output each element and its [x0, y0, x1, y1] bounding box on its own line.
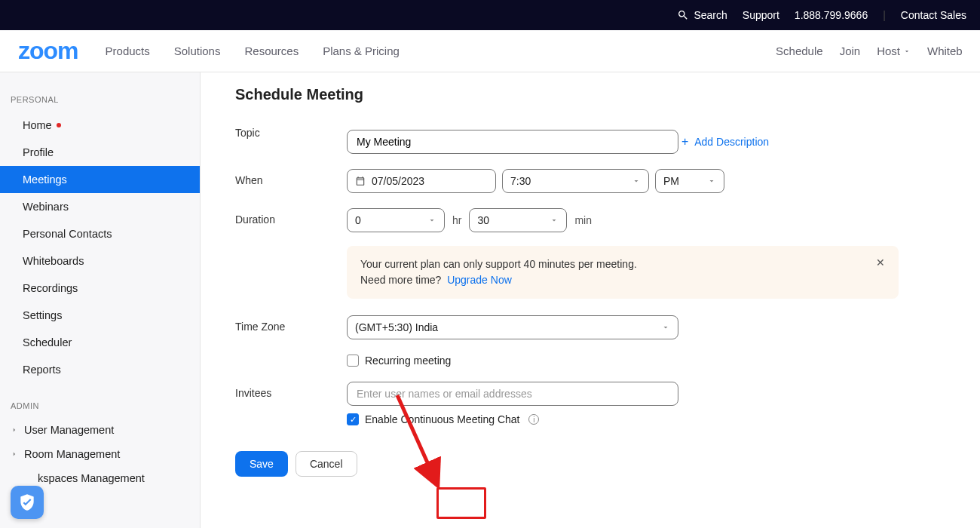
chevron-down-icon — [707, 177, 716, 186]
save-button[interactable]: Save — [235, 451, 288, 477]
nav-products[interactable]: Products — [106, 45, 150, 57]
notification-dot-icon — [57, 123, 61, 127]
duration-hours-dropdown[interactable]: 0 — [347, 208, 445, 232]
label-duration: Duration — [235, 208, 347, 226]
nav-resources[interactable]: Resources — [244, 45, 299, 57]
row-timezone: Time Zone (GMT+5:30) India Recurring mee… — [235, 315, 938, 367]
ampm-value: PM — [663, 175, 679, 187]
recurring-checkbox[interactable] — [347, 355, 359, 367]
search-icon — [677, 9, 689, 21]
row-duration: Duration 0 hr 30 min — [235, 208, 938, 232]
shield-icon — [17, 493, 37, 512]
phone-link[interactable]: 1.888.799.9666 — [795, 9, 868, 21]
label-hr: hr — [452, 214, 461, 226]
label-topic: Topic — [235, 121, 347, 139]
time-value: 7:30 — [510, 175, 531, 187]
search-link[interactable]: Search — [677, 9, 727, 21]
sidebar-item-scheduler[interactable]: Scheduler — [0, 329, 200, 356]
sidebar-item-profile[interactable]: Profile — [0, 139, 200, 166]
sidebar-section-admin: ADMIN — [0, 397, 200, 418]
page-title: Schedule Meeting — [235, 86, 938, 103]
utility-bar: Search Support 1.888.799.9666 | Contact … — [0, 0, 980, 30]
sidebar-item-whiteboards[interactable]: Whiteboards — [0, 247, 200, 275]
timezone-dropdown[interactable]: (GMT+5:30) India — [347, 315, 678, 339]
nav-host[interactable]: Host — [877, 45, 911, 57]
nav-schedule[interactable]: Schedule — [776, 45, 823, 57]
add-description-label: Add Description — [694, 136, 769, 148]
chevron-down-icon — [661, 323, 670, 332]
sidebar-item-label: Personal Contacts — [23, 228, 112, 240]
row-topic: Topic + Add Description — [235, 121, 938, 154]
main-content: Schedule Meeting Topic + Add Description… — [201, 72, 980, 528]
sidebar-item-label: Scheduler — [23, 336, 72, 348]
label-invitees: Invitees — [235, 382, 347, 399]
duration-minutes-dropdown[interactable]: 30 — [469, 208, 567, 232]
support-link[interactable]: Support — [743, 9, 779, 21]
sidebar-item-user-management[interactable]: User Management — [0, 418, 200, 442]
chevron-down-icon — [903, 48, 911, 55]
sidebar-item-room-management[interactable]: Room Management — [0, 442, 200, 466]
sidebar-item-label: Webinars — [23, 201, 69, 213]
label-min: min — [574, 214, 592, 226]
nav-plans[interactable]: Plans & Pricing — [323, 45, 400, 57]
recurring-label: Recurring meeting — [365, 355, 451, 367]
nav-solutions[interactable]: Solutions — [174, 45, 221, 57]
sidebar-item-label: Reports — [23, 364, 61, 376]
sidebar: PERSONAL Home Profile Meetings Webinars … — [0, 72, 201, 528]
banner-close-icon[interactable]: ✕ — [876, 256, 885, 269]
sidebar-item-webinars[interactable]: Webinars — [0, 193, 200, 220]
add-description-link[interactable]: + Add Description — [681, 135, 769, 149]
chevron-down-icon — [632, 177, 641, 186]
date-picker[interactable]: 07/05/2023 — [347, 169, 496, 193]
sidebar-item-label: Home — [23, 119, 52, 131]
sidebar-item-label: Profile — [23, 146, 54, 158]
sidebar-item-settings[interactable]: Settings — [0, 302, 200, 329]
contact-sales-link[interactable]: Contact Sales — [901, 9, 966, 21]
search-label: Search — [694, 9, 727, 21]
sidebar-item-label: kspaces Management — [38, 472, 145, 484]
chevron-right-icon — [11, 426, 18, 434]
sidebar-item-label: Settings — [23, 309, 62, 321]
time-dropdown[interactable]: 7:30 — [502, 169, 649, 193]
info-icon[interactable]: i — [528, 414, 539, 425]
continuous-chat-label: Enable Continuous Meeting Chat — [365, 413, 519, 425]
sidebar-item-label: User Management — [24, 424, 114, 436]
row-when: When 07/05/2023 7:30 PM — [235, 169, 938, 193]
chevron-down-icon — [427, 216, 436, 225]
sidebar-item-personal-contacts[interactable]: Personal Contacts — [0, 220, 200, 247]
continuous-chat-checkbox[interactable] — [347, 413, 359, 425]
ampm-dropdown[interactable]: PM — [655, 169, 724, 193]
zoom-logo[interactable]: zoom — [18, 37, 78, 65]
sidebar-item-reports[interactable]: Reports — [0, 356, 200, 383]
chevron-right-icon — [11, 450, 18, 458]
primary-nav: zoom Products Solutions Resources Plans … — [0, 30, 980, 72]
annotation-highlight-box — [436, 487, 486, 519]
banner-line1: Your current plan can only support 40 mi… — [360, 256, 637, 272]
duration-minutes-value: 30 — [477, 214, 489, 226]
topic-input[interactable] — [347, 130, 678, 154]
sidebar-item-home[interactable]: Home — [0, 112, 200, 139]
chevron-down-icon — [550, 216, 559, 225]
nav-whiteboard[interactable]: Whiteboard — [927, 45, 962, 57]
sidebar-item-label: Recordings — [23, 282, 78, 294]
sidebar-item-meetings[interactable]: Meetings — [0, 166, 200, 193]
nav-join[interactable]: Join — [840, 45, 861, 57]
cancel-button[interactable]: Cancel — [296, 451, 357, 477]
invitees-input[interactable] — [347, 382, 678, 406]
sidebar-item-label: Whiteboards — [23, 255, 84, 267]
nav-left-group: Products Solutions Resources Plans & Pri… — [106, 45, 400, 57]
label-when: When — [235, 169, 347, 186]
timezone-value: (GMT+5:30) India — [355, 321, 438, 333]
upgrade-now-link[interactable]: Upgrade Now — [447, 274, 512, 286]
banner-line2: Need more time? — [360, 274, 441, 286]
form-actions: Save Cancel — [235, 451, 938, 477]
security-shield-badge[interactable] — [11, 486, 44, 519]
date-value: 07/05/2023 — [372, 175, 424, 187]
calendar-icon — [355, 176, 366, 186]
sidebar-section-personal: PERSONAL — [0, 91, 200, 112]
sidebar-item-recordings[interactable]: Recordings — [0, 275, 200, 302]
duration-hours-value: 0 — [355, 214, 361, 226]
nav-host-label: Host — [877, 45, 900, 57]
row-banner: Your current plan can only support 40 mi… — [235, 241, 938, 299]
sidebar-item-label: Room Management — [24, 448, 120, 460]
